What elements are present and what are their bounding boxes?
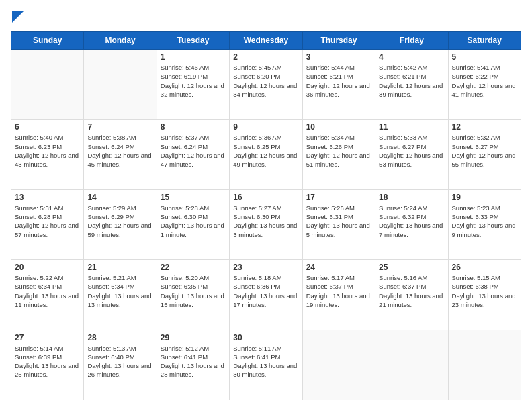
day-number: 15 — [161, 193, 226, 202]
cell-info: Sunrise: 5:20 AMSunset: 6:35 PMDaylight:… — [161, 273, 226, 309]
cal-cell: 25Sunrise: 5:16 AMSunset: 6:37 PMDayligh… — [375, 260, 448, 330]
day-number: 14 — [87, 193, 152, 202]
cal-cell: 15Sunrise: 5:28 AMSunset: 6:30 PMDayligh… — [157, 189, 229, 259]
cell-info: Sunrise: 5:33 AMSunset: 6:27 PMDaylight:… — [379, 133, 444, 169]
weekday-header-friday: Friday — [375, 32, 448, 50]
day-number: 16 — [233, 193, 298, 202]
cal-cell: 29Sunrise: 5:12 AMSunset: 6:41 PMDayligh… — [157, 330, 229, 400]
weekday-header-thursday: Thursday — [302, 32, 375, 50]
cal-cell: 28Sunrise: 5:13 AMSunset: 6:40 PMDayligh… — [84, 330, 157, 400]
cal-cell: 17Sunrise: 5:26 AMSunset: 6:31 PMDayligh… — [302, 189, 375, 259]
day-number: 8 — [161, 122, 226, 132]
logo-arrow-icon — [12, 11, 24, 23]
cal-cell: 20Sunrise: 5:22 AMSunset: 6:34 PMDayligh… — [11, 260, 84, 330]
cal-cell: 27Sunrise: 5:14 AMSunset: 6:39 PMDayligh… — [11, 330, 84, 400]
cal-cell: 7Sunrise: 5:38 AMSunset: 6:24 PMDaylight… — [84, 120, 157, 189]
cal-cell: 26Sunrise: 5:15 AMSunset: 6:38 PMDayligh… — [448, 260, 521, 330]
cell-info: Sunrise: 5:31 AMSunset: 6:28 PMDaylight:… — [15, 203, 80, 239]
day-number: 3 — [306, 52, 371, 62]
day-number: 29 — [161, 333, 226, 342]
week-row-1: 6Sunrise: 5:40 AMSunset: 6:23 PMDaylight… — [11, 120, 521, 189]
day-number: 28 — [87, 333, 152, 342]
cell-info: Sunrise: 5:34 AMSunset: 6:26 PMDaylight:… — [306, 133, 371, 169]
day-number: 21 — [87, 263, 152, 272]
cell-info: Sunrise: 5:11 AMSunset: 6:41 PMDaylight:… — [233, 344, 298, 379]
cell-info: Sunrise: 5:13 AMSunset: 6:40 PMDaylight:… — [87, 344, 152, 379]
cell-info: Sunrise: 5:46 AMSunset: 6:19 PMDaylight:… — [161, 63, 226, 99]
day-number: 30 — [233, 333, 298, 342]
day-number: 10 — [306, 122, 371, 132]
week-row-3: 20Sunrise: 5:22 AMSunset: 6:34 PMDayligh… — [11, 260, 521, 330]
weekday-header-wednesday: Wednesday — [230, 32, 302, 50]
weekday-header-tuesday: Tuesday — [157, 32, 229, 50]
cal-cell — [375, 330, 448, 400]
cell-info: Sunrise: 5:40 AMSunset: 6:23 PMDaylight:… — [15, 133, 80, 169]
day-number: 11 — [379, 122, 444, 132]
cal-cell: 16Sunrise: 5:27 AMSunset: 6:30 PMDayligh… — [230, 189, 302, 259]
cal-cell: 12Sunrise: 5:32 AMSunset: 6:27 PMDayligh… — [448, 120, 521, 189]
cal-cell: 2Sunrise: 5:45 AMSunset: 6:20 PMDaylight… — [230, 50, 302, 120]
cell-info: Sunrise: 5:21 AMSunset: 6:34 PMDaylight:… — [87, 273, 152, 309]
day-number: 1 — [161, 52, 226, 62]
day-number: 22 — [161, 263, 226, 272]
cell-info: Sunrise: 5:14 AMSunset: 6:39 PMDaylight:… — [15, 344, 80, 379]
cell-info: Sunrise: 5:42 AMSunset: 6:21 PMDaylight:… — [379, 63, 444, 99]
page: SundayMondayTuesdayWednesdayThursdayFrid… — [0, 0, 532, 411]
cal-cell: 6Sunrise: 5:40 AMSunset: 6:23 PMDaylight… — [11, 120, 84, 189]
day-number: 13 — [15, 193, 80, 202]
day-number: 6 — [15, 122, 80, 132]
day-number: 2 — [233, 52, 298, 62]
week-row-2: 13Sunrise: 5:31 AMSunset: 6:28 PMDayligh… — [11, 189, 521, 259]
cell-info: Sunrise: 5:17 AMSunset: 6:37 PMDaylight:… — [306, 273, 371, 309]
cal-cell: 24Sunrise: 5:17 AMSunset: 6:37 PMDayligh… — [302, 260, 375, 330]
calendar-table: SundayMondayTuesdayWednesdayThursdayFrid… — [11, 31, 521, 400]
cal-cell: 21Sunrise: 5:21 AMSunset: 6:34 PMDayligh… — [84, 260, 157, 330]
day-number: 17 — [306, 193, 371, 202]
cal-cell: 14Sunrise: 5:29 AMSunset: 6:29 PMDayligh… — [84, 189, 157, 259]
svg-marker-0 — [12, 11, 24, 23]
day-number: 26 — [452, 263, 517, 272]
cell-info: Sunrise: 5:12 AMSunset: 6:41 PMDaylight:… — [161, 344, 226, 379]
cal-cell: 19Sunrise: 5:23 AMSunset: 6:33 PMDayligh… — [448, 189, 521, 259]
cal-cell: 30Sunrise: 5:11 AMSunset: 6:41 PMDayligh… — [230, 330, 302, 400]
cal-cell: 22Sunrise: 5:20 AMSunset: 6:35 PMDayligh… — [157, 260, 229, 330]
day-number: 20 — [15, 263, 80, 272]
cal-cell: 23Sunrise: 5:18 AMSunset: 6:36 PMDayligh… — [230, 260, 302, 330]
cell-info: Sunrise: 5:45 AMSunset: 6:20 PMDaylight:… — [233, 63, 298, 99]
day-number: 19 — [452, 193, 517, 202]
cell-info: Sunrise: 5:26 AMSunset: 6:31 PMDaylight:… — [306, 203, 371, 239]
day-number: 5 — [452, 52, 517, 62]
day-number: 9 — [233, 122, 298, 132]
weekday-header-saturday: Saturday — [448, 32, 521, 50]
day-number: 27 — [15, 333, 80, 342]
day-number: 4 — [379, 52, 444, 62]
weekday-header-row: SundayMondayTuesdayWednesdayThursdayFrid… — [11, 32, 521, 50]
cal-cell: 10Sunrise: 5:34 AMSunset: 6:26 PMDayligh… — [302, 120, 375, 189]
cell-info: Sunrise: 5:29 AMSunset: 6:29 PMDaylight:… — [87, 203, 152, 239]
day-number: 24 — [306, 263, 371, 272]
day-number: 23 — [233, 263, 298, 272]
day-number: 18 — [379, 193, 444, 202]
cell-info: Sunrise: 5:41 AMSunset: 6:22 PMDaylight:… — [452, 63, 517, 99]
day-number: 12 — [452, 122, 517, 132]
cal-cell: 1Sunrise: 5:46 AMSunset: 6:19 PMDaylight… — [157, 50, 229, 120]
cal-cell: 9Sunrise: 5:36 AMSunset: 6:25 PMDaylight… — [230, 120, 302, 189]
cell-info: Sunrise: 5:23 AMSunset: 6:33 PMDaylight:… — [452, 203, 517, 239]
cell-info: Sunrise: 5:15 AMSunset: 6:38 PMDaylight:… — [452, 273, 517, 309]
day-number: 25 — [379, 263, 444, 272]
cell-info: Sunrise: 5:37 AMSunset: 6:24 PMDaylight:… — [161, 133, 226, 169]
cell-info: Sunrise: 5:38 AMSunset: 6:24 PMDaylight:… — [87, 133, 152, 169]
cell-info: Sunrise: 5:16 AMSunset: 6:37 PMDaylight:… — [379, 273, 444, 309]
cal-cell: 3Sunrise: 5:44 AMSunset: 6:21 PMDaylight… — [302, 50, 375, 120]
cell-info: Sunrise: 5:36 AMSunset: 6:25 PMDaylight:… — [233, 133, 298, 169]
cell-info: Sunrise: 5:24 AMSunset: 6:32 PMDaylight:… — [379, 203, 444, 239]
cal-cell: 13Sunrise: 5:31 AMSunset: 6:28 PMDayligh… — [11, 189, 84, 259]
cell-info: Sunrise: 5:32 AMSunset: 6:27 PMDaylight:… — [452, 133, 517, 169]
weekday-header-monday: Monday — [84, 32, 157, 50]
cal-cell: 8Sunrise: 5:37 AMSunset: 6:24 PMDaylight… — [157, 120, 229, 189]
cell-info: Sunrise: 5:27 AMSunset: 6:30 PMDaylight:… — [233, 203, 298, 239]
cal-cell — [302, 330, 375, 400]
cal-cell — [84, 50, 157, 120]
header — [11, 11, 521, 24]
cell-info: Sunrise: 5:18 AMSunset: 6:36 PMDaylight:… — [233, 273, 298, 309]
